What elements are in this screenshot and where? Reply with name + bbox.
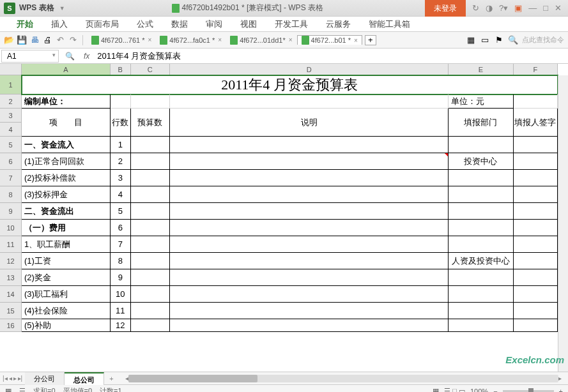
hscroll-right-icon[interactable]: ▸ [558, 375, 562, 382]
hscroll-left-icon[interactable]: ◂ [125, 375, 128, 382]
cell-dept[interactable] [449, 269, 513, 286]
cell-sign[interactable] [514, 170, 558, 186]
print-preview-icon[interactable]: 🖶 [29, 35, 40, 45]
add-sheet-button[interactable]: + [104, 375, 118, 382]
select-all-corner[interactable] [0, 64, 22, 75]
doc-tab[interactable]: 4f672...fa0c1 *× [156, 36, 226, 45]
cell-desc[interactable] [170, 186, 449, 203]
close-icon[interactable]: ✕ [555, 3, 562, 13]
redo-icon[interactable]: ↷ [68, 35, 78, 45]
cell-sign[interactable] [514, 269, 558, 286]
name-box[interactable]: A1 [1, 50, 59, 63]
title-cell[interactable]: 2011年4 月资金预算表 [22, 75, 558, 94]
cell-budget[interactable] [131, 153, 171, 170]
cell-desc[interactable] [170, 286, 449, 303]
grid[interactable]: 2011年4 月资金预算表编制单位：单位：元项 目行数预算数说明填报部门填报人签… [22, 75, 558, 372]
cell-dept[interactable]: 人资及投资中心 [449, 253, 513, 269]
cell-budget[interactable] [131, 220, 171, 236]
cell-dept[interactable] [449, 203, 513, 220]
cell-item[interactable]: 二、资金流出 [22, 203, 111, 220]
cell-sign[interactable] [514, 303, 558, 319]
sheet-tab-总公司[interactable]: 总公司 [65, 372, 104, 385]
col-header-C[interactable]: C [131, 64, 170, 75]
menu-审阅[interactable]: 审阅 [197, 19, 231, 30]
cell-budget[interactable] [131, 203, 171, 220]
skin-icon[interactable]: ◑ [486, 3, 493, 13]
col-header-D[interactable]: D [170, 64, 449, 75]
close-tab-icon[interactable]: × [218, 36, 222, 43]
row-header-9[interactable]: 9 [0, 203, 22, 220]
cell-desc[interactable] [170, 236, 449, 253]
cell-item[interactable]: （一）费用 [22, 220, 111, 236]
row-header-16[interactable]: 16 [0, 319, 22, 332]
cell-desc[interactable] [170, 203, 449, 220]
toolbar-window-icon[interactable]: ▭ [480, 35, 490, 45]
cell-item[interactable]: 一、资金流入 [22, 137, 111, 153]
cell-item[interactable]: (3)投标押金 [22, 186, 111, 203]
sheet-tab-分公司[interactable]: 分公司 [25, 372, 65, 385]
zoom-in-icon[interactable]: + [559, 388, 563, 393]
row-header-12[interactable]: 12 [0, 253, 22, 269]
cell-budget[interactable] [131, 303, 171, 319]
menu-开始[interactable]: 开始 [8, 19, 42, 30]
search-icon[interactable]: 🔍 [508, 35, 518, 45]
save-icon[interactable]: 💾 [17, 35, 27, 45]
comment-indicator-icon[interactable] [445, 153, 448, 156]
col-header-E[interactable]: E [449, 64, 513, 75]
cell-dept[interactable] [449, 286, 513, 303]
row-header-6[interactable]: 6 [0, 153, 22, 170]
cell-budget[interactable] [131, 236, 171, 253]
row-header-13[interactable]: 13 [0, 269, 22, 286]
menu-插入[interactable]: 插入 [42, 19, 77, 30]
cell-line[interactable]: 5 [111, 203, 131, 220]
cell-desc[interactable] [170, 220, 449, 236]
compact-icon[interactable]: ▣ [514, 3, 522, 13]
sheet-nav-first-icon[interactable]: |◂ [3, 375, 8, 382]
sheet-nav-prev-icon[interactable]: ◂ [9, 375, 12, 382]
status-mode-icon[interactable]: ▦ [5, 387, 12, 392]
undo-icon[interactable]: ↶ [55, 35, 65, 45]
fx-label[interactable]: fx [80, 52, 93, 61]
unit-label[interactable]: 单位：元 [449, 94, 513, 109]
close-tab-icon[interactable]: × [354, 37, 358, 44]
app-menu-dropdown-icon[interactable]: ▼ [59, 5, 65, 11]
menu-数据[interactable]: 数据 [162, 19, 197, 30]
cell-desc[interactable] [170, 137, 449, 153]
cell-desc[interactable] [170, 303, 449, 319]
row-header-8[interactable]: 8 [0, 186, 22, 203]
menu-智能工具箱[interactable]: 智能工具箱 [360, 19, 419, 30]
close-tab-icon[interactable]: × [289, 36, 293, 43]
cell-line[interactable]: 9 [111, 269, 131, 286]
formula-cancel-icon[interactable]: 🔍 [65, 52, 75, 61]
cell-budget[interactable] [131, 137, 171, 153]
sync-icon[interactable]: ↻ [472, 3, 479, 13]
col-header-B[interactable]: B [111, 64, 131, 75]
row-header-11[interactable]: 11 [0, 236, 22, 253]
row-header-5[interactable]: 5 [0, 137, 22, 153]
new-tab-button[interactable]: + [365, 35, 376, 45]
cell-desc[interactable] [170, 153, 449, 170]
cell-sign[interactable] [514, 153, 558, 170]
menu-开发工具[interactable]: 开发工具 [266, 19, 317, 30]
cell-item[interactable]: (1)工资 [22, 253, 111, 269]
row-header-10[interactable]: 10 [0, 220, 22, 236]
row-header-3[interactable]: 3 [0, 109, 22, 123]
header-line[interactable]: 行数 [111, 109, 131, 137]
cell-sign[interactable] [514, 203, 558, 220]
cell-dept[interactable] [449, 303, 513, 319]
cell-desc[interactable] [170, 253, 449, 269]
doc-tab[interactable]: 4f6720...761 *× [88, 36, 156, 45]
cell-budget[interactable] [131, 319, 171, 332]
cell-dept[interactable] [449, 319, 513, 332]
cell-budget[interactable] [131, 186, 171, 203]
view-page-icon[interactable]: ☰ □ ▭ [444, 387, 465, 392]
cell-dept[interactable] [449, 170, 513, 186]
cell-line[interactable]: 3 [111, 170, 131, 186]
cell-line[interactable]: 1 [111, 137, 131, 153]
row-header-15[interactable]: 15 [0, 303, 22, 319]
cell-item[interactable]: (2)投标补偿款 [22, 170, 111, 186]
cell-budget[interactable] [131, 170, 171, 186]
cell-dept[interactable]: 投资中心 [449, 153, 513, 170]
header-sign[interactable]: 填报人签字 [514, 109, 558, 137]
cell-dept[interactable] [449, 186, 513, 203]
